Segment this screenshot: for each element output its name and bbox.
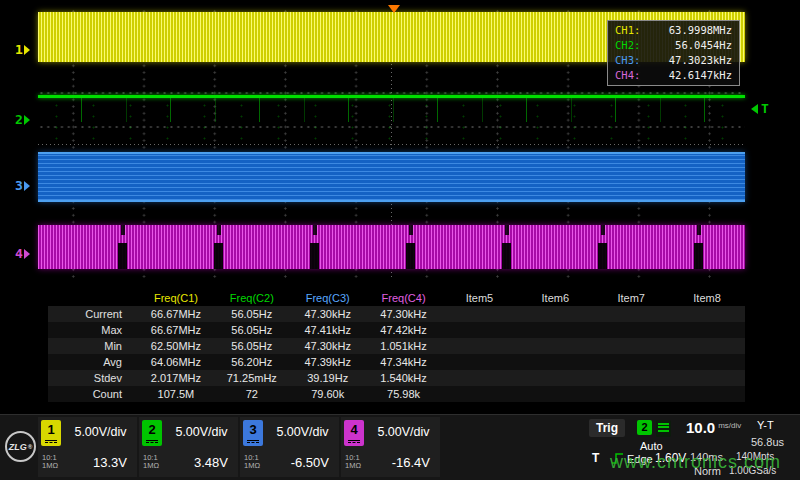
freq-ch1-value: 63.9998MHz [669,24,732,37]
measurement-header-item8[interactable]: Item8 [669,290,745,306]
ch4-position-marker[interactable]: 4 [15,246,30,261]
frequency-counter-overlay: CH1: 63.9998MHz CH2: 56.0454Hz CH3: 47.3… [607,20,740,86]
ch4-trace-notches-top [38,225,745,235]
ch1-number: 1 [47,423,54,436]
trigger-coupling-icon[interactable] [656,420,671,437]
ch4-scale: 5.00V/div [367,417,440,447]
measurement-cell [669,370,745,386]
measurement-header-freq-c4[interactable]: Freq(C4) [366,290,442,306]
ch2-number: 2 [148,423,155,436]
freq-ch3-value: 47.3023kHz [669,54,732,67]
row-label: Avg [48,354,138,370]
measurement-cell: 47.41kHz [290,322,366,338]
ch3-trace [38,152,745,202]
dc-coupling-icon [348,438,360,443]
ch3-badge: 3 [243,420,263,446]
ch3-impedance: 1MΩ [244,462,266,471]
timebase-control[interactable]: 10.0 ms/div [686,419,741,436]
measurement-row-avg: Avg 64.06MHz 56.20Hz 47.39kHz 47.34kHz [48,354,745,370]
row-label: Current [48,306,138,322]
ch1-probe-info: 10:1 1MΩ [38,447,64,477]
measurement-cell: 62.50MHz [138,338,214,354]
measurement-cell: 47.34kHz [366,354,442,370]
ch1-scale: 5.00V/div [64,417,137,447]
measurement-row-stdev: Stdev 2.017MHz 71.25mHz 39.19Hz 1.540kHz [48,370,745,386]
freq-row-ch1: CH1: 63.9998MHz [608,23,739,38]
measurement-header-item5[interactable]: Item5 [442,290,518,306]
measurement-row-min: Min 62.50MHz 56.05Hz 47.30kHz 1.051kHz [48,338,745,354]
measurement-cell: 47.30kHz [290,338,366,354]
measurement-cell: 47.30kHz [290,306,366,322]
freq-ch1-label: CH1: [615,24,640,37]
ch2-position-marker[interactable]: 2 [15,112,30,127]
measurement-row-max: Max 66.67MHz 56.05Hz 47.41kHz 47.42kHz [48,322,745,338]
freq-ch2-value: 56.0454Hz [675,39,732,52]
measurement-header-freq-c3[interactable]: Freq(C3) [290,290,366,306]
row-label: Max [48,322,138,338]
ch1-offset: 13.3V [64,447,137,477]
ch3-marker-label: 3 [15,178,23,193]
ch4-number: 4 [350,423,357,436]
right-arrow-icon [24,249,30,259]
ch2-badge: 2 [142,420,162,446]
measurement-cell [669,354,745,370]
dc-coupling-icon [247,438,259,443]
measurement-cell [517,322,593,338]
ch2-scale: 5.00V/div [165,417,238,447]
ch2-settings-box[interactable]: 2 5.00V/div 10:1 1MΩ 3.48V [139,417,238,477]
ch4-settings-box[interactable]: 4 5.00V/div 10:1 1MΩ -16.4V [341,417,440,477]
trigger-position-marker[interactable] [388,5,400,13]
right-arrow-icon [24,115,30,125]
measurement-cell [442,322,518,338]
trig-label: Trig [589,419,625,437]
measurement-cell [669,338,745,354]
measurement-header-row: Freq(C1) Freq(C2) Freq(C3) Freq(C4) Item… [48,290,745,306]
trigger-level-marker[interactable]: T [751,101,769,116]
ch2-probe-info: 10:1 1MΩ [139,447,165,477]
row-label: Count [48,386,138,402]
measurement-cell [442,386,518,402]
measurement-cell: 47.30kHz [366,306,442,322]
trigger-source-badge[interactable]: 2 [637,420,652,435]
left-arrow-icon [751,104,758,114]
ch1-position-marker[interactable]: 1 [15,42,30,57]
measurement-cell: 66.67MHz [138,322,214,338]
ch3-scale: 5.00V/div [266,417,339,447]
freq-row-ch3: CH3: 47.3023kHz [608,53,739,68]
measurement-cell: 75.98k [366,386,442,402]
ch3-offset: -6.50V [266,447,339,477]
ch4-badge: 4 [344,420,364,446]
row-label: Stdev [48,370,138,386]
trigger-type-label: T [592,451,599,465]
measurement-header-freq-c1[interactable]: Freq(C1) [138,290,214,306]
measurement-cell [442,306,518,322]
measurement-cell: 47.39kHz [290,354,366,370]
ch1-badge: 1 [41,420,61,446]
ch1-settings-box[interactable]: 1 5.00V/div 10:1 1MΩ 13.3V [38,417,137,477]
measurement-header-blank [48,290,138,306]
measurement-header-item6[interactable]: Item6 [517,290,593,306]
registered-mark: ® [28,444,32,450]
timebase-scale: 10.0 [686,419,715,436]
right-arrow-icon [24,181,30,191]
zlg-logo: ZLG® [5,431,36,462]
measurement-cell: 56.05Hz [214,322,290,338]
measurement-cell: 2.017MHz [138,370,214,386]
measurement-cell: 1.540kHz [366,370,442,386]
measurement-cell: 107.5M [138,386,214,402]
display-mode: Y-T [757,419,774,431]
measurement-cell [669,322,745,338]
ch4-marker-label: 4 [15,246,23,261]
measurement-header-freq-c2[interactable]: Freq(C2) [214,290,290,306]
ch3-settings-box[interactable]: 3 5.00V/div 10:1 1MΩ -6.50V [240,417,339,477]
ch3-position-marker[interactable]: 3 [15,178,30,193]
right-arrow-icon [24,45,30,55]
measurement-cell: 64.06MHz [138,354,214,370]
measurement-cell: 79.60k [290,386,366,402]
ch4-probe-info: 10:1 1MΩ [341,447,367,477]
measurement-cell [593,306,669,322]
watermark: www.cntronics.com [610,452,781,473]
measurement-header-item7[interactable]: Item7 [593,290,669,306]
measurement-cell: 1.051kHz [366,338,442,354]
freq-row-ch4: CH4: 42.6147kHz [608,68,739,83]
